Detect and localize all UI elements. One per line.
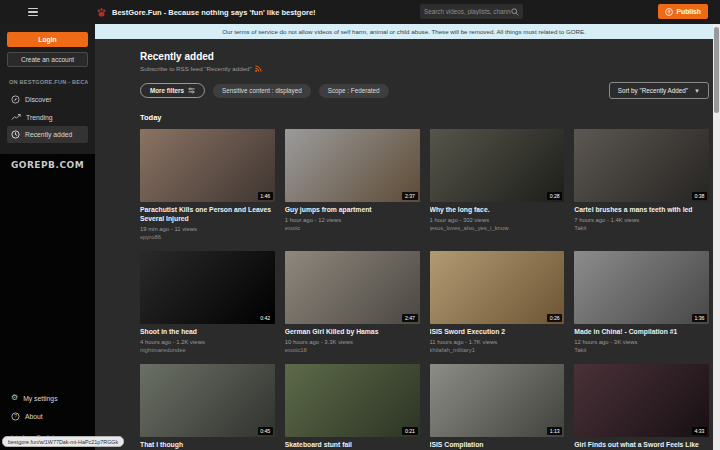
video-channel[interactable]: exotic [285,225,420,231]
sidebar-item-my-settings[interactable]: ⚙ My settings [7,390,88,406]
video-thumbnail[interactable]: 0:42 [140,251,275,324]
video-card[interactable]: 0:21 Skateboard stunt fail 13 hours ago … [285,364,420,450]
top-header: BestGore.Fun - Because nothing says 'fun… [0,0,720,24]
video-thumbnail[interactable]: 4:33 [574,364,709,437]
video-channel[interactable]: khilafah_military1 [430,347,565,353]
date-group-label: Today [140,113,709,122]
video-channel[interactable]: jesus_loves_also_yes_i_know [430,225,565,231]
duration-badge: 2:47 [402,314,417,322]
video-card[interactable]: 1:46 Parachutist Kills one Person and Le… [140,129,275,240]
video-thumbnail[interactable]: 0:28 [430,129,565,202]
video-thumbnail[interactable]: 0:26 [430,251,565,324]
sidebar-item-recently-added[interactable]: Recently added [7,126,88,143]
video-card[interactable]: 0:42 Shoot in the head 4 hours ago - 1.2… [140,251,275,353]
more-filters-button[interactable]: More filters [140,83,205,98]
video-card[interactable]: 2:47 German Girl Killed by Hamas 10 hour… [285,251,420,353]
video-title[interactable]: Cartel brushes a mans teeth with led [574,206,709,215]
duration-badge: 0:21 [402,427,417,435]
link-status-tooltip: bestgore.fun/w/1W77Dak-mt-HaPc21p7RGGk [2,436,124,447]
sidebar-item-label: My settings [23,395,57,402]
video-card[interactable]: 0:28 Why the long face. 1 hour ago - 302… [430,129,565,240]
video-card[interactable]: 2:37 Guy jumps from apartment 1 hour ago… [285,129,420,240]
duration-badge: 1:46 [258,192,273,200]
sort-dropdown[interactable]: Sort by "Recently Added" ▼ [609,82,709,99]
video-thumbnail[interactable]: 1:36 [574,251,709,324]
sidebar-lower: GOREPB.COM ⚙ My settings ? About Interfa… [0,154,95,450]
sidebar-item-label: Discover [25,96,51,103]
video-thumbnail[interactable]: 1:46 [140,129,275,202]
sidebar-item-label: Trending [26,114,53,121]
video-card[interactable]: 0:38 Cartel brushes a mans teeth with le… [574,129,709,240]
sidebar: Login Create an account ON BESTGORE.FUN … [0,24,95,450]
video-title[interactable]: ISIS Compilation [430,441,565,450]
question-icon: ? [11,412,20,421]
publish-label: Publish [676,8,701,15]
ad-banner[interactable]: GOREPB.COM [7,160,88,170]
login-button[interactable]: Login [7,32,88,47]
subtitle-label: Subscribe to RSS feed "Recently added" [140,65,252,72]
hamburger-menu-icon[interactable] [28,8,38,17]
svg-text:?: ? [14,414,17,419]
video-thumbnail[interactable]: 2:47 [285,251,420,324]
video-title[interactable]: Guy jumps from apartment [285,206,420,215]
compass-icon [11,95,20,104]
scope-chip[interactable]: Scope : Federated [319,84,389,98]
video-meta: 4 hours ago - 1.2K views [140,339,275,345]
video-card[interactable]: 1:36 Made in China! - Compilation #1 12 … [574,251,709,353]
video-card[interactable]: 0:45 That I though 12 hours ago - 1.3K v… [140,364,275,450]
video-card[interactable]: 0:26 ISIS Sword Execution 2 11 hours ago… [430,251,565,353]
sidebar-section-label: ON BESTGORE.FUN - BECAUS... [9,79,88,85]
trending-icon [11,113,21,121]
chevron-down-icon: ▼ [694,88,700,94]
video-title[interactable]: Shoot in the head [140,328,275,337]
scrollbar-thumb[interactable] [714,27,719,113]
publish-button[interactable]: Publish [658,4,708,19]
duration-badge: 0:45 [258,427,273,435]
video-thumbnail[interactable]: 1:13 [430,364,565,437]
video-title[interactable]: ISIS Sword Execution 2 [430,328,565,337]
video-card[interactable]: 4:33 Girl Finds out what a Sword Feels L… [574,364,709,450]
create-account-button[interactable]: Create an account [7,52,88,67]
video-title[interactable]: German Girl Killed by Hamas [285,328,420,337]
video-channel[interactable]: exotic18 [285,347,420,353]
search-icon[interactable] [511,8,519,16]
gear-icon: ⚙ [11,394,18,402]
video-meta: 7 hours ago - 1.4K views [574,217,709,223]
video-thumbnail[interactable]: 2:37 [285,129,420,202]
video-title[interactable]: Why the long face. [430,206,565,215]
video-channel[interactable]: nightmaredundee [140,347,275,353]
video-title[interactable]: Parachutist Kills one Person and Leaves … [140,206,275,224]
video-thumbnail[interactable]: 0:21 [285,364,420,437]
sidebar-item-discover[interactable]: Discover [7,91,88,108]
video-thumbnail[interactable]: 0:38 [574,129,709,202]
sensitive-content-chip[interactable]: Sensitive content : displayed [213,84,311,98]
video-channel[interactable]: spyro86 [140,234,275,240]
video-channel[interactable]: Takit [574,225,709,231]
duration-badge: 2:37 [402,192,417,200]
video-grid: 1:46 Parachutist Kills one Person and Le… [140,129,709,450]
logo-paw-icon[interactable] [96,7,107,18]
vertical-scrollbar[interactable] [713,24,720,450]
search-input[interactable] [424,8,511,15]
page-title: Recently added [140,51,709,62]
more-filters-label: More filters [150,87,184,94]
video-thumbnail[interactable]: 0:45 [140,364,275,437]
sidebar-item-about[interactable]: ? About [7,408,88,425]
duration-badge: 0:42 [258,314,273,322]
video-meta: 11 hours ago - 1.7K views [430,339,565,345]
app-window: BestGore.Fun - Because nothing says 'fun… [0,0,720,450]
duration-badge: 4:33 [692,427,707,435]
duration-badge: 1:36 [692,314,707,322]
sidebar-item-trending[interactable]: Trending [7,109,88,125]
video-title[interactable]: Made in China! - Compilation #1 [574,328,709,337]
video-title[interactable]: Skateboard stunt fail [285,441,420,450]
filters-row: More filters Sensitive content : display… [140,82,709,99]
rss-subscribe-link[interactable]: Subscribe to RSS feed "Recently added" [140,65,709,72]
video-card[interactable]: 1:13 ISIS Compilation 13 hours ago - 1.1… [430,364,565,450]
video-title[interactable]: That I though [140,441,275,450]
video-meta: 12 hours ago - 3K views [574,339,709,345]
video-channel[interactable]: Takit [574,347,709,353]
video-title[interactable]: Girl Finds out what a Sword Feels Like [574,441,709,450]
search-bar [420,4,523,19]
sidebar-item-label: Recently added [25,131,72,138]
